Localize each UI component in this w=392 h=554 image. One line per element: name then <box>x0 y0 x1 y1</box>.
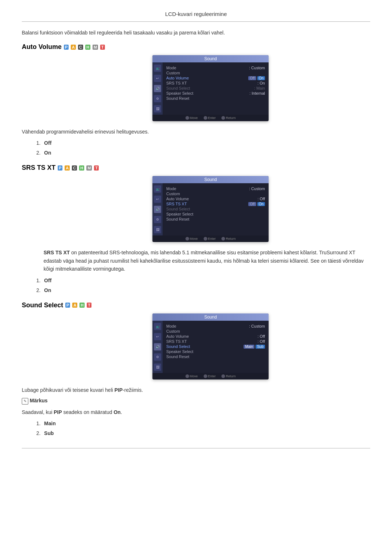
menu-label-mode-3: Mode <box>166 324 176 328</box>
bottom-rule <box>22 448 370 448</box>
auto-volume-description: Vähendab programmidevahelisi erinevusi h… <box>22 128 370 136</box>
footer-move-icon-1 <box>185 116 189 120</box>
footer-move-1: Move <box>185 116 198 120</box>
menu-label-autovolume: Auto Volume <box>166 76 189 80</box>
sound-select-description: Lubage põhikuvari või teisese kuvari hel… <box>22 386 370 394</box>
badge-c-2: C <box>72 165 77 171</box>
menu-row-speakerselect-2: Speaker Select <box>166 212 265 217</box>
badge-t-1: T <box>100 45 105 50</box>
menu-row-custom-3: Custom <box>166 329 265 334</box>
sidebar-icon-src-2: ↩ <box>154 196 161 203</box>
footer-return-3: Return <box>221 374 236 378</box>
monitor-3: Sound 📺 ↩ 🔊 ⚙ 🖼 Mode : Custom Custom <box>152 313 269 379</box>
auto-volume-item-1: 1. Off <box>36 139 370 147</box>
monitor-1-content: Mode : Custom Custom Auto Volume Off On <box>163 62 269 115</box>
monitor-1-title: Sound <box>152 55 269 62</box>
auto-volume-val-1: Off <box>44 140 52 146</box>
menu-value-srs-2: Off On <box>248 202 265 206</box>
srs-item-2: 2. On <box>36 287 370 294</box>
sidebar-icon-sound: 🔊 <box>154 85 161 92</box>
menu-row-custom: Custom <box>166 70 265 75</box>
soundselect-main-badge: Main <box>244 345 254 349</box>
srs-val-1: Off <box>44 278 52 283</box>
ss-num-2: 2. <box>36 430 41 436</box>
auto-volume-num-2: 2. <box>36 150 41 156</box>
menu-row-srs-2: SRS TS XT Off On <box>166 201 265 206</box>
badge-p-1: P <box>64 45 69 50</box>
note-on: On <box>114 409 121 415</box>
menu-row-speakerselect-3: Speaker Select <box>166 349 265 354</box>
menu-row-soundselect-1: Sound Select : Main <box>166 86 265 91</box>
menu-row-soundselect-3: Sound Select Main Sub <box>166 344 265 349</box>
menu-value-soundselect-3: Main Sub <box>244 344 265 349</box>
ss-num-1: 1. <box>36 420 41 426</box>
footer-move-3: Move <box>185 374 198 378</box>
sidebar-icon-src: ↩ <box>154 75 161 82</box>
menu-label-soundselect-1: Sound Select <box>166 86 190 90</box>
note-desc3: . <box>121 409 122 415</box>
sidebar-icon-sound-2: 🔊 <box>154 206 161 213</box>
ss-val-1: Main <box>44 420 56 426</box>
note-box: ✎ Märkus <box>22 398 370 405</box>
menu-label-speakerselect-3: Speaker Select <box>166 349 193 354</box>
sidebar-icon-tv-3: 📺 <box>154 323 161 330</box>
menu-label-mode-2: Mode <box>166 186 176 191</box>
footer-return-icon-3 <box>221 374 225 378</box>
menu-row-mode-3: Mode : Custom <box>166 324 265 329</box>
menu-label-soundreset-3: Sound Reset <box>166 354 189 359</box>
menu-row-autovolume: Auto Volume Off On <box>166 75 265 81</box>
srs-item-1: 1. Off <box>36 277 370 284</box>
monitor-1: Sound 📺 ↩ 🔊 ⚙ 🖼 Mode : Custom Custom <box>152 55 269 121</box>
badge-h-1: H <box>85 45 90 50</box>
monitor-2-footer: Move Enter Return <box>152 235 269 242</box>
footer-return-icon-1 <box>221 116 225 120</box>
srs-description: SRS TS XT on patenteeritud SRS-tehnoloog… <box>44 249 370 273</box>
menu-label-autovolume-3: Auto Volume <box>166 334 189 338</box>
sidebar-icon-img-2: 🖼 <box>154 226 161 233</box>
menu-row-soundreset-3: Sound Reset <box>166 354 265 359</box>
footer-move-icon-3 <box>185 374 189 378</box>
badge-t-3: T <box>87 303 91 308</box>
menu-label-custom-3: Custom <box>166 329 180 333</box>
footer-return-1: Return <box>221 116 236 120</box>
menu-row-speakerselect-1: Speaker Select : Internal <box>166 91 265 96</box>
badge-t-2: T <box>94 165 99 171</box>
auto-volume-val-2: On <box>44 150 51 156</box>
menu-row-soundselect-2: Sound Select <box>166 206 265 212</box>
footer-enter-icon-1 <box>204 116 207 120</box>
autovolume-on-badge: On <box>257 76 265 80</box>
monitor-1-body: 📺 ↩ 🔊 ⚙ 🖼 Mode : Custom Custom Auto <box>152 62 269 115</box>
menu-row-autovolume-3: Auto Volume : Off <box>166 334 265 339</box>
srs-num-1: 1. <box>36 278 41 283</box>
menu-value-soundselect-1: : Main <box>254 86 265 90</box>
badge-c-1: C <box>78 45 83 50</box>
srs-title: SRS TS XT <box>22 164 56 172</box>
menu-value-mode-3: : Custom <box>249 324 265 328</box>
badge-p-2: P <box>58 165 62 171</box>
srs-val-2: On <box>44 287 51 293</box>
badge-h-2: H <box>79 165 84 171</box>
menu-value-srs-3: : Off <box>257 339 265 344</box>
srs-section-header: SRS TS XT P A C H M T <box>22 164 370 172</box>
menu-label-soundselect-2: Sound Select <box>166 207 190 211</box>
auto-volume-section-header: Auto Volume P A C H M T <box>22 43 370 51</box>
auto-volume-num-1: 1. <box>36 140 41 146</box>
footer-enter-icon-2 <box>204 237 207 241</box>
monitor-2-title: Sound <box>152 176 269 183</box>
monitor-3-title: Sound <box>152 313 269 321</box>
srs-monitor: Sound 📺 ↩ 🔊 ⚙ 🖼 Mode : Custom Custom <box>51 176 370 242</box>
monitor-2-sidebar: 📺 ↩ 🔊 ⚙ 🖼 <box>152 183 163 235</box>
sidebar-icon-setup-3: ⚙ <box>154 353 161 361</box>
menu-row-soundreset-1: Sound Reset <box>166 96 265 101</box>
monitor-2-content: Mode : Custom Custom Auto Volume : Off S… <box>163 183 269 235</box>
badge-h-3: H <box>79 303 85 308</box>
menu-label-autovolume-2: Auto Volume <box>166 197 189 201</box>
badge-p-3: P <box>65 303 70 308</box>
menu-label-soundreset-1: Sound Reset <box>166 96 189 100</box>
note-desc1: Saadaval, kui <box>22 409 54 415</box>
menu-row-autovolume-2: Auto Volume : Off <box>166 196 265 201</box>
footer-return-2: Return <box>221 237 236 241</box>
footer-enter-2: Enter <box>204 237 216 241</box>
monitor-3-sidebar: 📺 ↩ 🔊 ⚙ 🖼 <box>152 321 163 373</box>
monitor-3-content: Mode : Custom Custom Auto Volume : Off S… <box>163 321 269 373</box>
